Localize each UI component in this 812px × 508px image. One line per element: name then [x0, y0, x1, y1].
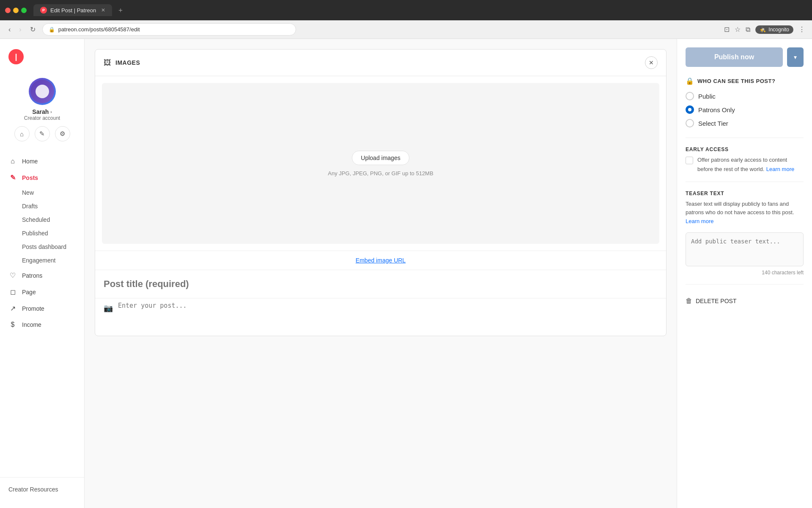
reload-button[interactable]: ↻: [28, 24, 37, 35]
browser-tab[interactable]: P Edit Post | Patreon ✕: [33, 4, 112, 16]
upload-hint-text: Any JPG, JPEG, PNG, or GIF up to 512MB: [328, 170, 433, 177]
sidebar: | Sarah › Creator account ⌂ ✎ ⚙: [0, 39, 85, 508]
publish-dropdown-button[interactable]: ▾: [787, 47, 804, 67]
sidebar-sub-item-drafts[interactable]: Drafts: [0, 199, 84, 213]
sidebar-item-patrons[interactable]: ♡ Patrons: [0, 267, 84, 284]
more-options-icon[interactable]: ⋮: [798, 25, 805, 33]
bookmark-icon[interactable]: ☆: [735, 25, 741, 33]
income-icon: $: [8, 321, 17, 329]
avatar[interactable]: [29, 78, 56, 105]
incognito-label: Incognito: [768, 27, 789, 33]
lock-icon: 🔒: [686, 77, 694, 85]
post-title-input[interactable]: [104, 279, 658, 290]
publish-row: Publish now ▾: [686, 47, 804, 67]
split-view-icon[interactable]: ⧉: [746, 26, 750, 33]
minimize-dot[interactable]: [13, 8, 19, 13]
main-editor: 🖼 IMAGES ✕ Upload images Any JPG, JPEG, …: [85, 39, 677, 508]
sidebar-item-page-label: Page: [22, 289, 36, 295]
sidebar-sub-item-posts-dashboard[interactable]: Posts dashboard: [0, 240, 84, 254]
edit-action-button[interactable]: ✎: [35, 126, 50, 141]
card-header-left: 🖼 IMAGES: [104, 58, 140, 67]
patreon-favicon: P: [40, 7, 47, 14]
early-access-desc-block: Offer patrons early access to content be…: [697, 156, 804, 173]
card-header: 🖼 IMAGES ✕: [95, 50, 666, 76]
radio-patrons-only[interactable]: [686, 105, 694, 114]
divider-2: [686, 182, 804, 182]
home-icon: ⌂: [8, 157, 17, 165]
user-name-display[interactable]: Sarah ›: [32, 108, 52, 115]
card-title: IMAGES: [115, 59, 140, 66]
visibility-option-select-tier[interactable]: Select Tier: [686, 119, 804, 127]
divider-1: [686, 138, 804, 138]
images-header-icon: 🖼: [104, 58, 111, 67]
visibility-option-public[interactable]: Public: [686, 92, 804, 100]
post-body-input[interactable]: [118, 302, 658, 327]
sidebar-nav: ⌂ Home ✎ Posts New Drafts Scheduled Publ…: [0, 150, 84, 477]
back-button[interactable]: ‹: [7, 24, 12, 35]
early-access-row: Offer patrons early access to content be…: [686, 156, 804, 173]
upload-images-button[interactable]: Upload images: [352, 151, 409, 165]
close-dot[interactable]: [5, 8, 11, 13]
promote-icon: ↗: [8, 304, 17, 312]
sidebar-item-creator-resources[interactable]: Creator Resources: [8, 483, 76, 496]
char-count: 140 characters left: [686, 270, 804, 276]
sidebar-item-home-label: Home: [22, 158, 38, 165]
patrons-icon: ♡: [8, 271, 17, 279]
sidebar-item-income[interactable]: $ Income: [0, 317, 84, 333]
address-bar[interactable]: 🔒 patreon.com/posts/68054587/edit: [42, 23, 296, 36]
user-role-label: Creator account: [24, 115, 60, 121]
camera-icon: 📷: [104, 304, 113, 313]
teaser-desc: Teaser text will display publicly to fan…: [686, 201, 794, 215]
cast-icon[interactable]: ⊡: [724, 25, 730, 33]
radio-select-tier[interactable]: [686, 119, 694, 127]
post-title-section: [95, 270, 666, 298]
visibility-option-patrons-only[interactable]: Patrons Only: [686, 105, 804, 114]
forward-button[interactable]: ›: [17, 24, 23, 35]
browser-nav-icons: ⊡ ☆ ⧉ 🕵 Incognito ⋮: [724, 25, 805, 34]
sidebar-item-page[interactable]: ◻ Page: [0, 284, 84, 300]
sidebar-item-home[interactable]: ⌂ Home: [0, 153, 84, 169]
sidebar-sub-item-new[interactable]: New: [0, 186, 84, 199]
radio-public-label: Public: [698, 93, 716, 100]
upload-area[interactable]: Upload images Any JPG, JPEG, PNG, or GIF…: [102, 83, 659, 244]
new-tab-button[interactable]: ＋: [117, 6, 124, 15]
publish-now-button[interactable]: Publish now: [686, 47, 783, 67]
home-action-button[interactable]: ⌂: [14, 126, 30, 141]
embed-image-url-link[interactable]: Embed image URL: [95, 251, 666, 270]
browser-chrome: P Edit Post | Patreon ✕ ＋: [0, 0, 812, 20]
divider-3: [686, 284, 804, 284]
radio-public[interactable]: [686, 92, 694, 100]
teaser-learn-more[interactable]: Learn more: [686, 218, 713, 224]
radio-patrons-only-label: Patrons Only: [698, 106, 735, 113]
close-button[interactable]: ✕: [645, 56, 658, 69]
post-body-section: 📷: [95, 298, 666, 336]
early-access-heading: EARLY ACCESS: [686, 146, 804, 152]
maximize-dot[interactable]: [21, 8, 27, 13]
teaser-textarea[interactable]: [686, 232, 804, 266]
page-icon: ◻: [8, 288, 17, 296]
sidebar-sub-item-engagement[interactable]: Engagement: [0, 254, 84, 267]
radio-select-tier-label: Select Tier: [698, 120, 728, 127]
tab-close-button[interactable]: ✕: [101, 7, 105, 13]
patreon-logo[interactable]: |: [8, 49, 24, 64]
user-section: Sarah › Creator account ⌂ ✎ ⚙: [0, 71, 84, 150]
settings-action-button[interactable]: ⚙: [55, 126, 70, 141]
sidebar-item-patrons-label: Patrons: [22, 272, 42, 279]
sidebar-sub-item-published[interactable]: Published: [0, 226, 84, 240]
sidebar-item-promote-label: Promote: [22, 305, 44, 312]
early-access-checkbox[interactable]: [686, 157, 693, 164]
posts-icon: ✎: [8, 174, 17, 182]
sidebar-item-promote[interactable]: ↗ Promote: [0, 300, 84, 317]
editor-card: 🖼 IMAGES ✕ Upload images Any JPG, JPEG, …: [95, 49, 667, 336]
radio-dot: [688, 108, 691, 111]
teaser-heading: TEASER TEXT: [686, 190, 804, 196]
visibility-section: 🔒 WHO CAN SEE THIS POST? Public Patrons …: [686, 77, 804, 127]
visibility-header: 🔒 WHO CAN SEE THIS POST?: [686, 77, 804, 85]
sidebar-sub-item-scheduled[interactable]: Scheduled: [0, 213, 84, 226]
early-access-learn-more[interactable]: Learn more: [766, 166, 794, 172]
browser-window-controls: [5, 8, 27, 13]
sidebar-item-posts-label: Posts: [22, 174, 38, 181]
delete-post-button[interactable]: 🗑 DELETE POST: [686, 293, 804, 309]
sidebar-item-posts[interactable]: ✎ Posts: [0, 169, 84, 186]
chevron-down-icon: ▾: [794, 54, 797, 61]
